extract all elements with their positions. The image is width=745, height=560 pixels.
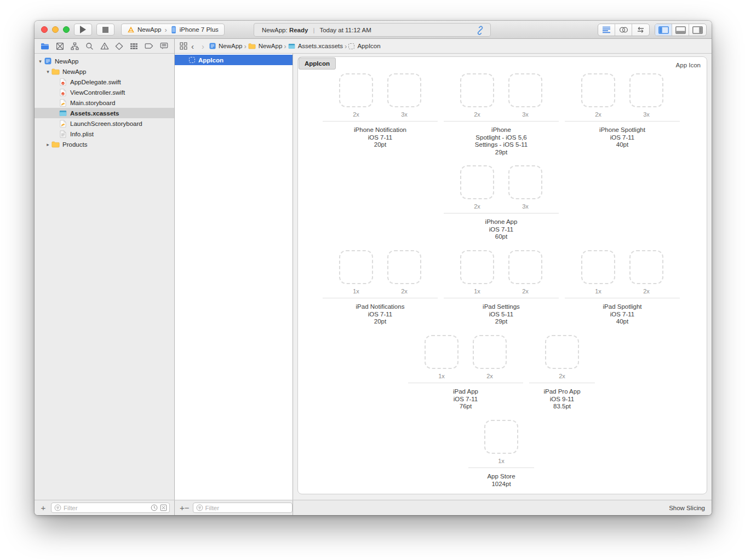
link-icon[interactable] bbox=[475, 26, 485, 35]
group-divider bbox=[444, 121, 559, 122]
bottom-bar: + + − Show Slicing bbox=[35, 500, 712, 515]
issue-navigator-icon[interactable] bbox=[99, 41, 110, 51]
icon-well[interactable] bbox=[387, 73, 421, 107]
toggle-debug-area-button[interactable] bbox=[672, 24, 689, 36]
run-button[interactable] bbox=[74, 24, 92, 36]
icon-well[interactable] bbox=[629, 73, 663, 107]
slot-group-iphone-app: 2x 3x iPhone AppiOS 7-1160pt bbox=[444, 165, 559, 241]
zoom-window-button[interactable] bbox=[63, 26, 70, 33]
tree-row-file[interactable]: LaunchScreen.storyboard bbox=[35, 118, 174, 129]
icon-well[interactable] bbox=[581, 250, 615, 284]
icon-well[interactable] bbox=[508, 73, 542, 107]
breadcrumb-group[interactable]: NewApp bbox=[248, 43, 282, 49]
breadcrumb-assets[interactable]: Assets.xcassets bbox=[288, 43, 343, 49]
disclosure-open-icon[interactable]: ▾ bbox=[37, 59, 43, 64]
icon-well[interactable] bbox=[484, 420, 518, 454]
asset-filter-field[interactable] bbox=[193, 503, 293, 513]
tree-row-file[interactable]: Info.plist bbox=[35, 129, 174, 139]
breakpoint-navigator-icon[interactable] bbox=[144, 41, 154, 51]
source-control-navigator-icon[interactable] bbox=[54, 41, 65, 51]
filter-icon bbox=[196, 504, 203, 511]
project-file-tree: ▾ NewApp ▾ NewApp AppDelegate.swift View… bbox=[35, 54, 174, 500]
scale-label: 1x bbox=[339, 288, 373, 295]
group-title: iPhone NotificationiOS 7-1120pt bbox=[323, 126, 438, 149]
version-editor-icon bbox=[636, 26, 645, 33]
add-file-button[interactable]: + bbox=[39, 504, 48, 512]
icon-well[interactable] bbox=[460, 165, 494, 199]
folder-icon bbox=[51, 141, 60, 148]
forward-button[interactable]: › bbox=[198, 42, 208, 51]
group-title: iPhone AppiOS 7-1160pt bbox=[444, 218, 559, 241]
icon-well[interactable] bbox=[460, 73, 494, 107]
icon-well[interactable] bbox=[339, 250, 373, 284]
icon-well[interactable] bbox=[473, 335, 507, 369]
icon-well[interactable] bbox=[339, 73, 373, 107]
group-title: iPad AppiOS 7-1176pt bbox=[408, 388, 523, 411]
debug-navigator-icon[interactable] bbox=[129, 41, 140, 51]
source-control-status-filter-icon[interactable] bbox=[160, 504, 167, 511]
back-button[interactable]: ‹ bbox=[187, 42, 198, 51]
group-title: iPad SettingsiOS 5-1129pt bbox=[444, 303, 559, 326]
close-window-button[interactable] bbox=[41, 26, 48, 33]
assistant-editor-button[interactable] bbox=[615, 24, 632, 36]
tree-label: Info.plist bbox=[70, 131, 94, 137]
symbol-navigator-icon[interactable] bbox=[69, 41, 80, 51]
icon-well[interactable] bbox=[425, 335, 459, 369]
navigator-bottom-bar: + bbox=[35, 500, 174, 515]
asset-list-item-appicon[interactable]: AppIcon bbox=[175, 55, 293, 65]
test-navigator-icon[interactable] bbox=[114, 41, 125, 51]
project-navigator-icon[interactable] bbox=[39, 41, 50, 51]
tree-row-file[interactable]: ViewController.swift bbox=[35, 87, 174, 97]
icon-well[interactable] bbox=[508, 250, 542, 284]
toggle-navigator-button[interactable] bbox=[655, 24, 672, 36]
tree-row-group[interactable]: ▾ NewApp bbox=[35, 66, 174, 77]
stop-button[interactable] bbox=[96, 24, 114, 36]
tree-label: LaunchScreen.storyboard bbox=[70, 120, 142, 127]
view-toggle-group bbox=[655, 24, 707, 36]
remove-asset-button[interactable]: − bbox=[185, 504, 190, 512]
swift-file-icon bbox=[59, 78, 67, 86]
icon-well[interactable] bbox=[460, 250, 494, 284]
activity-status-bar: NewApp: Ready | Today at 11:12 AM bbox=[254, 23, 491, 37]
breadcrumb-appicon[interactable]: AppIcon bbox=[348, 43, 380, 49]
icon-well[interactable] bbox=[545, 335, 579, 369]
filter-icon bbox=[54, 504, 61, 511]
toggle-inspector-button[interactable] bbox=[689, 24, 706, 36]
tree-row-products[interactable]: ▸ Products bbox=[35, 139, 174, 149]
group-divider bbox=[408, 383, 523, 383]
tree-row-file[interactable]: AppDelegate.swift bbox=[35, 77, 174, 87]
icon-well[interactable] bbox=[387, 250, 421, 284]
disclosure-open-icon[interactable]: ▾ bbox=[45, 69, 51, 74]
tree-label: Assets.xcassets bbox=[70, 110, 119, 117]
disclosure-closed-icon[interactable]: ▸ bbox=[45, 142, 51, 147]
group-divider bbox=[529, 383, 595, 383]
icon-well[interactable] bbox=[581, 73, 615, 107]
recents-clock-icon[interactable] bbox=[151, 504, 158, 511]
navigator-panel-icon bbox=[658, 26, 669, 34]
appicon-set-title-chip: AppIcon bbox=[299, 57, 336, 70]
filter-input bbox=[205, 505, 290, 511]
related-items-icon[interactable] bbox=[180, 42, 187, 50]
appicon-set-type-label: App Icon bbox=[676, 62, 701, 68]
report-navigator-icon[interactable] bbox=[158, 41, 169, 51]
show-slicing-button[interactable]: Show Slicing bbox=[669, 505, 705, 511]
standard-editor-button[interactable] bbox=[598, 24, 615, 36]
tree-label: NewApp bbox=[62, 68, 86, 75]
navigator-filter-field[interactable] bbox=[51, 503, 170, 513]
scale-label: 3x bbox=[629, 111, 663, 118]
scale-label: 2x bbox=[460, 111, 494, 118]
breadcrumb-project[interactable]: NewApp bbox=[209, 43, 242, 49]
tree-row-file-selected[interactable]: Assets.xcassets bbox=[35, 108, 174, 118]
add-asset-button[interactable]: + bbox=[180, 504, 185, 512]
minimize-window-button[interactable] bbox=[52, 26, 59, 33]
editor-bottom-bar: Show Slicing bbox=[293, 500, 712, 515]
icon-well[interactable] bbox=[629, 250, 663, 284]
appicon-dashed-icon bbox=[189, 57, 195, 63]
tree-row-file[interactable]: Main.storyboard bbox=[35, 97, 174, 108]
icon-well[interactable] bbox=[508, 165, 542, 199]
scale-label: 2x bbox=[629, 288, 663, 295]
scheme-selector[interactable]: NewApp › iPhone 7 Plus bbox=[121, 24, 225, 36]
version-editor-button[interactable] bbox=[632, 24, 649, 36]
find-navigator-icon[interactable] bbox=[84, 41, 95, 51]
tree-row-project[interactable]: ▾ NewApp bbox=[35, 56, 174, 66]
